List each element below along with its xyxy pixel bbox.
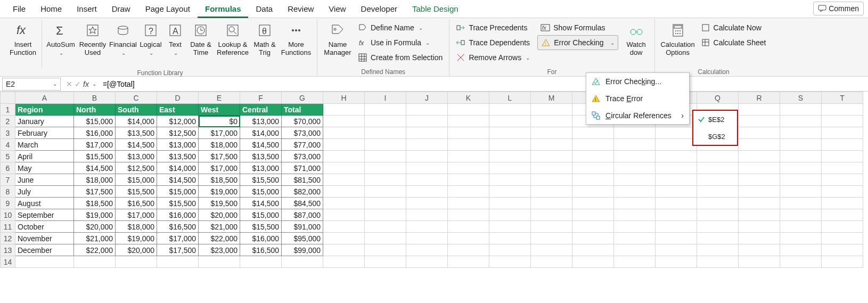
cell[interactable] xyxy=(406,116,448,127)
cell[interactable] xyxy=(739,104,780,116)
cell[interactable]: October xyxy=(15,221,74,233)
cell[interactable]: $17,000 xyxy=(157,233,199,244)
table-header-cell[interactable]: East xyxy=(157,104,199,116)
cell[interactable]: $16,500 xyxy=(240,244,282,256)
column-header[interactable]: J xyxy=(406,92,448,104)
cell[interactable] xyxy=(780,198,822,209)
cell[interactable] xyxy=(822,151,863,162)
cell[interactable]: $12,500 xyxy=(116,162,157,174)
cell[interactable] xyxy=(656,186,697,198)
cell[interactable]: $91,000 xyxy=(282,221,323,233)
cell[interactable] xyxy=(739,139,780,151)
error-checking-button[interactable]: ! Error Checking ⌄ xyxy=(537,35,618,50)
cell[interactable] xyxy=(406,162,448,174)
cancel-icon[interactable]: ✕ xyxy=(66,80,72,88)
cell[interactable] xyxy=(780,127,822,139)
table-header-cell[interactable]: Central xyxy=(240,104,282,116)
cell[interactable]: $18,000 xyxy=(116,221,157,233)
column-header[interactable]: C xyxy=(116,92,157,104)
cell[interactable]: $15,500 xyxy=(240,221,282,233)
cell[interactable]: $15,500 xyxy=(74,151,116,162)
table-header-cell[interactable]: North xyxy=(74,104,116,116)
cell[interactable] xyxy=(406,244,448,256)
cell[interactable] xyxy=(531,127,572,139)
cell[interactable] xyxy=(572,209,614,221)
cell[interactable]: $13,500 xyxy=(157,151,199,162)
cell[interactable] xyxy=(489,174,531,186)
cell[interactable] xyxy=(531,256,572,268)
name-box[interactable]: E2 ⌄ xyxy=(2,78,61,91)
cell[interactable] xyxy=(739,186,780,198)
cell[interactable] xyxy=(739,256,780,268)
cell[interactable]: $70,000 xyxy=(282,116,323,127)
cell[interactable]: $18,500 xyxy=(199,174,240,186)
financial-button[interactable]: Financial⌄ xyxy=(108,20,138,57)
row-header[interactable]: 11 xyxy=(1,221,15,233)
cell[interactable] xyxy=(489,209,531,221)
cell[interactable] xyxy=(448,186,489,198)
cell[interactable]: $20,000 xyxy=(116,244,157,256)
cell[interactable]: $17,000 xyxy=(116,209,157,221)
cell[interactable] xyxy=(656,233,697,244)
cell[interactable] xyxy=(448,221,489,233)
cell[interactable] xyxy=(656,174,697,186)
cell[interactable]: April xyxy=(15,151,74,162)
cell[interactable] xyxy=(780,186,822,198)
row-header[interactable]: 7 xyxy=(1,174,15,186)
cell[interactable] xyxy=(323,221,365,233)
cell[interactable] xyxy=(822,244,863,256)
calculate-now-button[interactable]: Calculate Now xyxy=(698,20,769,35)
cell[interactable] xyxy=(531,151,572,162)
cell[interactable]: $18,000 xyxy=(74,174,116,186)
tab-developer[interactable]: Developer xyxy=(354,0,405,18)
cell[interactable] xyxy=(406,221,448,233)
cell[interactable]: $15,000 xyxy=(240,186,282,198)
cell[interactable] xyxy=(157,256,199,268)
cell[interactable] xyxy=(780,139,822,151)
column-header[interactable]: D xyxy=(157,92,199,104)
cell[interactable] xyxy=(323,256,365,268)
cell[interactable] xyxy=(697,209,739,221)
circular-ref-e2[interactable]: $E$2 xyxy=(693,111,737,128)
cell[interactable]: $21,000 xyxy=(74,233,116,244)
calculation-options-button[interactable]: Calculation Options xyxy=(658,20,698,56)
cell[interactable] xyxy=(406,139,448,151)
cell[interactable] xyxy=(780,209,822,221)
column-header[interactable]: L xyxy=(489,92,531,104)
cell[interactable] xyxy=(656,139,697,151)
cell[interactable] xyxy=(780,221,822,233)
cell[interactable]: June xyxy=(15,174,74,186)
cell[interactable] xyxy=(572,174,614,186)
recently-used-button[interactable]: Recently Used xyxy=(77,20,108,56)
cell[interactable] xyxy=(531,233,572,244)
cell[interactable] xyxy=(448,244,489,256)
cell[interactable] xyxy=(572,151,614,162)
cell[interactable] xyxy=(572,198,614,209)
cell[interactable] xyxy=(822,233,863,244)
cell[interactable] xyxy=(822,256,863,268)
cell[interactable] xyxy=(780,174,822,186)
cell[interactable] xyxy=(531,116,572,127)
cell[interactable] xyxy=(323,233,365,244)
cell[interactable]: $17,500 xyxy=(157,244,199,256)
cell[interactable] xyxy=(365,221,406,233)
cell[interactable] xyxy=(448,151,489,162)
cell[interactable] xyxy=(614,127,656,139)
row-header[interactable]: 3 xyxy=(1,127,15,139)
cell[interactable]: $12,500 xyxy=(157,127,199,139)
cell[interactable]: $17,000 xyxy=(199,127,240,139)
column-header[interactable]: M xyxy=(531,92,572,104)
cell[interactable]: $19,000 xyxy=(199,186,240,198)
cell[interactable] xyxy=(406,209,448,221)
cell[interactable] xyxy=(74,256,116,268)
cell[interactable]: $15,500 xyxy=(240,174,282,186)
cell[interactable] xyxy=(780,116,822,127)
cell[interactable] xyxy=(489,221,531,233)
cell[interactable] xyxy=(531,104,572,116)
tab-data[interactable]: Data xyxy=(248,0,280,18)
cell[interactable]: $14,000 xyxy=(240,127,282,139)
cell[interactable] xyxy=(697,162,739,174)
fx-bar-icon[interactable]: fx xyxy=(83,80,89,88)
cell[interactable] xyxy=(739,174,780,186)
table-header-cell[interactable]: West xyxy=(199,104,240,116)
